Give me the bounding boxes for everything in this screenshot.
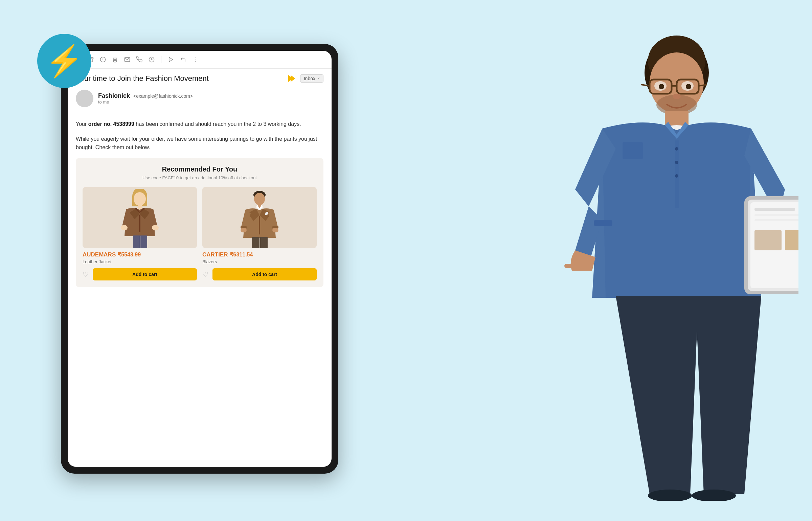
inbox-close[interactable]: × — [317, 76, 320, 81]
email-body: Your order no. 4538999 has been confirme… — [68, 113, 332, 467]
tablet-device: ← ⋮ — [61, 44, 338, 474]
svg-point-13 — [152, 225, 159, 230]
toolbar-divider — [161, 56, 161, 63]
product-card-1: AUDEMARS ₹5543.99 Leather Jacket ♡ Add t… — [83, 187, 197, 280]
svg-point-12 — [121, 225, 128, 230]
reply-icon[interactable] — [179, 55, 187, 64]
sender-info: Fashionick <example@fashionick.com> to m… — [68, 86, 332, 113]
svg-rect-27 — [260, 237, 268, 248]
email-toolbar: ← ⋮ — [68, 51, 332, 69]
svg-rect-10 — [138, 205, 142, 209]
forward-arrow-2 — [291, 75, 295, 82]
email-paragraph-1: Your order no. 4538999 has been confirme… — [76, 120, 323, 129]
product-brand-row-2: CARTIER ₹6311.54 — [202, 251, 253, 258]
phone-icon[interactable] — [135, 55, 143, 64]
snooze-icon[interactable] — [148, 55, 156, 64]
product-name-2: Blazers — [202, 259, 217, 264]
svg-point-25 — [272, 228, 278, 232]
heart-icon-1[interactable]: ♡ — [83, 270, 89, 278]
lightning-icon: ⚡ — [45, 46, 83, 76]
product-card-2: CARTIER ₹6311.54 Blazers ♡ Add to cart — [202, 187, 317, 280]
order-number: order no. 4538999 — [88, 121, 134, 127]
recommended-section: Recommended For You Use code FACE10 to g… — [76, 158, 323, 287]
sender-email: <example@fashionick.com> — [133, 93, 193, 99]
svg-point-46 — [675, 147, 678, 151]
svg-marker-6 — [169, 57, 173, 62]
svg-rect-54 — [754, 214, 798, 216]
recommended-title: Recommended For You — [83, 165, 317, 173]
svg-rect-53 — [754, 208, 795, 211]
label-icon[interactable] — [99, 55, 107, 64]
svg-point-39 — [659, 84, 664, 89]
heart-icon-2[interactable]: ♡ — [202, 270, 208, 278]
product-brand-1: AUDEMARS — [83, 251, 116, 258]
email-paragraph-1-post: has been confirmed and should reach you … — [134, 121, 301, 127]
svg-point-41 — [673, 94, 681, 99]
product-image-1 — [83, 187, 197, 248]
svg-rect-60 — [594, 220, 612, 226]
svg-point-24 — [241, 228, 247, 232]
sender-name: Fashionick — [98, 92, 130, 99]
product-image-2 — [202, 187, 317, 248]
product-price-2: ₹6311.54 — [230, 251, 253, 258]
svg-point-9 — [134, 192, 146, 206]
svg-rect-57 — [785, 230, 798, 250]
email-icon[interactable] — [123, 55, 131, 64]
email-subject: Your time to Join the Fashion Movement — [76, 74, 284, 83]
forward-icon — [288, 75, 295, 82]
product-actions-1: ♡ Add to cart — [83, 268, 197, 280]
inbox-label: Inbox — [304, 76, 315, 81]
svg-rect-56 — [754, 230, 782, 250]
svg-point-17 — [254, 193, 265, 205]
play-icon[interactable] — [167, 55, 175, 64]
svg-point-40 — [686, 84, 691, 89]
svg-rect-49 — [564, 264, 575, 268]
product-brand-2: CARTIER — [202, 251, 228, 258]
product-price-1: ₹5543.99 — [118, 251, 141, 258]
add-to-cart-2[interactable]: Add to cart — [212, 268, 317, 280]
svg-rect-26 — [252, 237, 260, 248]
recommended-subtitle: Use code FACE10 to get an additional 10%… — [83, 175, 317, 180]
product-actions-2: ♡ Add to cart — [202, 268, 317, 280]
svg-rect-44 — [623, 142, 643, 159]
svg-rect-14 — [133, 235, 140, 248]
delete-icon[interactable] — [111, 55, 119, 64]
add-to-cart-1[interactable]: Add to cart — [93, 268, 197, 280]
svg-rect-15 — [140, 235, 147, 248]
svg-point-47 — [675, 161, 678, 164]
lightning-badge: ⚡ — [37, 34, 91, 88]
product-brand-row-1: AUDEMARS ₹5543.99 — [83, 251, 141, 258]
avatar — [76, 90, 93, 107]
email-subject-bar: Your time to Join the Fashion Movement I… — [68, 69, 332, 86]
products-row: AUDEMARS ₹5543.99 Leather Jacket ♡ Add t… — [83, 187, 317, 280]
sender-to: to me — [98, 99, 193, 105]
svg-point-48 — [675, 174, 678, 178]
svg-rect-11 — [139, 215, 140, 232]
email-paragraph-2: While you eagerly wait for your order, w… — [76, 135, 323, 152]
sender-details: Fashionick <example@fashionick.com> to m… — [98, 92, 193, 105]
tablet-screen: ← ⋮ — [68, 51, 332, 467]
person-illustration — [548, 27, 798, 501]
svg-rect-21 — [259, 216, 260, 234]
inbox-badge[interactable]: Inbox × — [300, 74, 323, 83]
more-icon[interactable]: ⋮ — [191, 55, 199, 64]
product-name-1: Leather Jacket — [83, 259, 111, 264]
svg-rect-55 — [754, 219, 798, 221]
